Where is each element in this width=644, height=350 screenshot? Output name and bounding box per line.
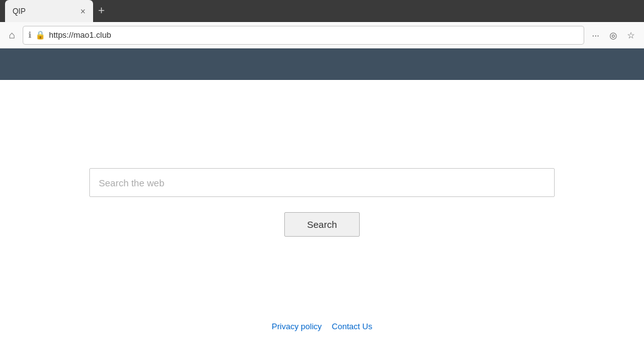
address-bar[interactable]: ℹ 🔒 https://mao1.club: [23, 26, 585, 45]
search-container: Search: [89, 168, 555, 237]
search-button[interactable]: Search: [284, 212, 360, 237]
contact-us-link[interactable]: Contact Us: [332, 322, 372, 331]
home-button[interactable]: ⌂: [6, 27, 18, 43]
browser-chrome: QIP × +: [0, 0, 644, 22]
pocket-button[interactable]: ◎: [607, 28, 619, 43]
search-input[interactable]: [89, 168, 555, 197]
active-tab[interactable]: QIP ×: [5, 0, 93, 22]
url-display: https://mao1.club: [49, 30, 579, 40]
nav-actions: ··· ◎ ☆: [589, 28, 638, 43]
tab-close-button[interactable]: ×: [80, 7, 86, 16]
site-header: [0, 48, 644, 80]
new-tab-button[interactable]: +: [93, 0, 110, 22]
tab-title: QIP: [13, 7, 75, 16]
page-content: Search: [0, 80, 644, 350]
privacy-policy-link[interactable]: Privacy policy: [272, 322, 321, 331]
more-options-button[interactable]: ···: [589, 28, 602, 43]
info-icon: ℹ: [28, 30, 31, 40]
nav-bar: ⌂ ℹ 🔒 https://mao1.club ··· ◎ ☆: [0, 22, 644, 48]
lock-icon: 🔒: [35, 30, 45, 40]
tab-bar: QIP × +: [5, 0, 110, 22]
footer-links: Privacy policy Contact Us: [0, 322, 644, 331]
bookmark-button[interactable]: ☆: [625, 28, 638, 43]
